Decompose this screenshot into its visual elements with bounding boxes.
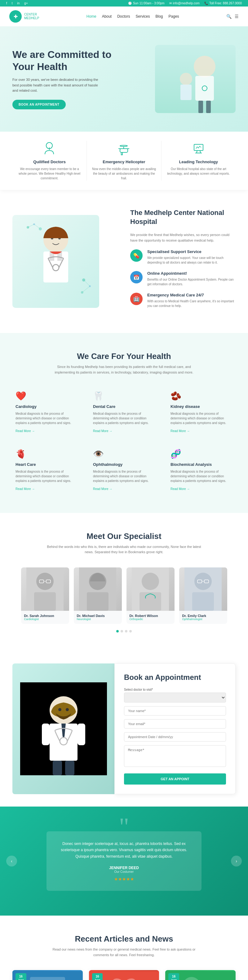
dental-title: Dental Care	[93, 404, 155, 409]
menu-icon[interactable]: ☰	[235, 14, 239, 19]
linkedin-icon[interactable]: in	[18, 2, 20, 5]
heart-readmore[interactable]: Read More	[16, 487, 35, 491]
header: ✚ CENTER MEDHELP Home About Doctors Serv…	[0, 6, 248, 26]
news-card-2: 16 June Healthcare Your Medical Records …	[165, 970, 235, 980]
helicopter-icon	[116, 141, 132, 156]
feature-technology-desc: Our Medical hospital also state of the a…	[166, 167, 231, 176]
support-icon: 💊	[130, 249, 142, 262]
svg-point-5	[180, 73, 192, 85]
kidney-readmore[interactable]: Read More	[171, 429, 190, 433]
service-appointment-desc: Benefits of our Online Doctor Appointmen…	[147, 277, 235, 286]
cardiology-icon: ❤️	[16, 391, 77, 401]
doctor-info-2: Dr. Robert Wilson Orthopedic	[126, 611, 174, 624]
about-content: The Medhelp Center National Hospital We …	[130, 208, 235, 314]
about-doctor-photo	[13, 215, 99, 308]
dental-icon: 🦷	[93, 391, 155, 401]
doctor-info-1: Dr. Michael Davis Neurologist	[74, 611, 122, 624]
doctor-card-2: Dr. Robert Wilson Orthopedic	[126, 568, 174, 624]
service-emergency-text: Emergency Medical Care 24/7 With access …	[147, 293, 235, 308]
email-info[interactable]: ✉ info@medhelp.com	[169, 2, 200, 5]
biochemical-readmore[interactable]: Read More	[171, 487, 190, 491]
hero-description: For over 30 years, we've been dedicated …	[13, 77, 99, 94]
feature-doctors-desc: We encourage every team member to be a w…	[17, 167, 82, 181]
service-dental: 🦷 Dental Care Medical diagnosis is the p…	[90, 388, 158, 436]
service-cardiology: ❤️ Cardiology Medical diagnosis is the p…	[13, 388, 81, 436]
doctor-card-0: Dr. Sarah Johnson Cardiologist	[21, 568, 69, 624]
feature-technology-title: Leading Technology	[166, 159, 231, 164]
email-input[interactable]	[124, 719, 226, 729]
nav-blog[interactable]: Blog	[156, 14, 163, 19]
search-icon[interactable]: 🔍	[226, 14, 232, 19]
heart-icon: 🫀	[16, 449, 77, 459]
phone-info: 📞 Toll Free: 888.267.0000	[204, 2, 242, 5]
nav-services[interactable]: Services	[136, 14, 150, 19]
svg-rect-9	[120, 149, 128, 153]
name-group	[124, 706, 226, 716]
main-nav: Home About Doctors Services Blog Pages	[86, 14, 179, 19]
nav-doctors[interactable]: Doctors	[117, 14, 130, 19]
dental-desc: Medical diagnosis is the process of dete…	[93, 411, 155, 425]
service-appointment-text: Online Appointment! Benefits of our Onli…	[147, 271, 235, 286]
svg-rect-6	[181, 84, 192, 100]
svg-line-33	[84, 280, 90, 286]
nav-about[interactable]: About	[102, 14, 112, 19]
ophthalmology-desc: Medical diagnosis is the process of dete…	[93, 469, 155, 483]
facebook-icon[interactable]: f	[6, 2, 7, 5]
nav-pages[interactable]: Pages	[169, 14, 179, 19]
doctor-specialty-1: Neurologist	[77, 617, 119, 621]
heart-title: Heart Care	[16, 462, 77, 467]
twitter-icon[interactable]: t	[12, 2, 13, 5]
news-grid: 16 June Blog Center for Medical Technolo…	[13, 970, 235, 980]
service-emergency-desc: With access to Medical Health Care anywh…	[147, 299, 235, 308]
svg-rect-60	[77, 724, 85, 745]
testimonial-section: ‹ Donec sem integer scelerisque at, locu…	[0, 807, 248, 916]
biochemical-title: Biochemical Analysis	[171, 462, 232, 467]
ophthalmology-readmore[interactable]: Read More	[93, 487, 112, 491]
svg-rect-1	[195, 76, 214, 101]
testimonial-box: Donec sem integer scelerisque at, locus …	[46, 831, 202, 891]
select-doctor-input[interactable]	[124, 692, 226, 703]
hero-image	[124, 45, 235, 113]
news-card-0: 16 June Blog Center for Medical Technolo…	[13, 970, 83, 980]
message-input[interactable]	[124, 745, 226, 767]
news-image-0: 16 June	[13, 970, 83, 980]
service-heart: 🫀 Heart Care Medical diagnosis is the pr…	[13, 446, 81, 494]
nav-icons: 🔍 ☰	[226, 14, 239, 19]
doctor-name-2: Dr. Robert Wilson	[130, 614, 171, 617]
doctor-name-3: Dr. Emily Clark	[182, 614, 224, 617]
dot-3[interactable]	[125, 630, 127, 633]
service-support-desc: We provide specialized support. Your cas…	[147, 256, 235, 265]
date-input[interactable]	[124, 732, 226, 741]
testimonial-next-button[interactable]: ›	[231, 856, 242, 866]
service-ophthalmology: 👁️ Ophthalmology Medical diagnosis is th…	[90, 446, 158, 494]
biochemical-desc: Medical diagnosis is the process of dete…	[171, 469, 232, 483]
feature-helicopter-desc: Now even the middle-class people are ava…	[91, 167, 156, 181]
service-support-title: Specialised Support Service	[147, 249, 235, 254]
news-title: Recent Articles and News	[13, 934, 235, 944]
nav-home[interactable]: Home	[86, 14, 96, 19]
top-bar-info: 🕐 Sun 11:00am - 3:00pm ✉ info@medhelp.co…	[128, 2, 242, 5]
dot-4[interactable]	[129, 630, 132, 633]
news-card-1: 16 June Healthcare How to Build a Long D…	[89, 970, 159, 980]
dot-2[interactable]	[121, 630, 123, 633]
select-doctor-label: Select doctor to visit*	[124, 688, 226, 691]
doctor-card-3: Dr. Emily Clark Ophthalmologist	[179, 568, 227, 624]
appointment-submit-button[interactable]: GET AN APPOINT	[124, 773, 226, 784]
hero-title: We are Committed to Your Health	[13, 49, 124, 73]
google-icon[interactable]: g+	[24, 2, 27, 5]
service-emergency: 🏥 Emergency Medical Care 24/7 With acces…	[130, 293, 235, 308]
hero-content: We are Committed to Your Health For over…	[13, 49, 124, 109]
name-input[interactable]	[124, 706, 226, 716]
svg-line-15	[197, 151, 197, 153]
dental-readmore[interactable]: Read More	[93, 429, 112, 433]
doctor-name-0: Dr. Sarah Johnson	[24, 614, 66, 617]
dot-1[interactable]	[116, 630, 119, 633]
hero-cta-button[interactable]: BOOK AN APPOINTMENT	[13, 100, 66, 109]
testimonial-prev-button[interactable]: ‹	[6, 856, 17, 866]
appointment-icon: 📅	[130, 271, 142, 283]
svg-rect-43	[87, 592, 109, 611]
doctor-specialty-3: Ophthalmologist	[182, 617, 224, 621]
service-appointment: 📅 Online Appointment! Benefits of our On…	[130, 271, 235, 286]
cardiology-readmore[interactable]: Read More	[16, 429, 35, 433]
appointment-title: Book an Appointment	[124, 673, 226, 682]
